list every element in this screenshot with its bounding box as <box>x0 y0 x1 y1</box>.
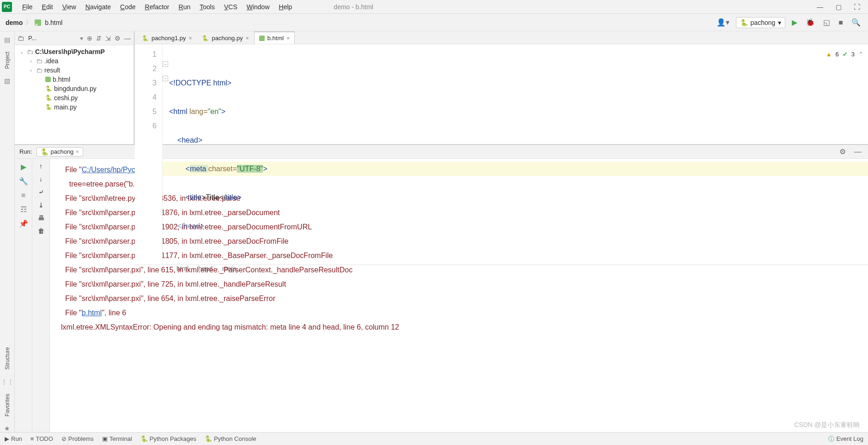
hide-icon[interactable]: — <box>124 35 131 42</box>
project-header-label[interactable]: P... <box>28 35 76 42</box>
chevron-right-icon[interactable]: › <box>28 59 34 64</box>
html-file-icon <box>259 36 265 41</box>
packages-tool-button[interactable]: 🐍Python Packages <box>140 435 196 442</box>
collapse-icon[interactable]: ⇵ <box>96 35 102 42</box>
menu-run[interactable]: Run <box>174 1 195 12</box>
structure-tool-label[interactable]: Structure <box>4 345 11 372</box>
inspection-widget[interactable]: ▲6 ✔3 ⌃ <box>826 47 863 61</box>
menu-edit[interactable]: Edit <box>37 1 58 12</box>
breadcrumb-project[interactable]: demo <box>6 19 23 26</box>
menu-code[interactable]: Code <box>115 1 140 12</box>
python-file-icon: 🐍 <box>45 85 52 92</box>
locate-icon[interactable]: ⊕ <box>87 35 92 42</box>
menu-refactor[interactable]: Refactor <box>140 1 174 12</box>
layout-icon[interactable]: ☶ <box>20 205 27 214</box>
run-button[interactable]: ▶ <box>790 17 799 28</box>
debug-button[interactable]: 🐞 <box>804 17 817 28</box>
close-icon[interactable]: × <box>75 148 79 155</box>
print-icon[interactable]: 🖶 <box>38 214 44 222</box>
menu-tools[interactable]: Tools <box>195 1 219 12</box>
menu-help[interactable]: Help <box>274 1 297 12</box>
tree-item[interactable]: 🐍ceshi.py <box>15 93 134 102</box>
up-icon[interactable]: ↑ <box>39 162 42 170</box>
close-icon[interactable]: × <box>286 35 290 42</box>
tree-item[interactable]: b.html <box>15 75 134 84</box>
editor-tab[interactable]: 🐍pachong.py× <box>197 32 254 44</box>
maximize-button[interactable]: ▢ <box>829 3 848 11</box>
python-icon: 🐍 <box>205 435 212 442</box>
editor-tab-strip: 🐍pachong1.py×🐍pachong.py×b.html× <box>135 31 868 44</box>
run-tool-button[interactable]: ▶Run <box>5 435 22 442</box>
breadcrumb-file[interactable]: b.html <box>45 19 62 26</box>
tree-item[interactable]: ›🗀result <box>15 66 134 75</box>
chevron-right-icon[interactable]: › <box>28 68 34 73</box>
console-tool-button[interactable]: 🐍Python Console <box>205 435 256 442</box>
chevron-up-icon[interactable]: ⌃ <box>858 47 863 61</box>
fold-icon[interactable]: – <box>163 61 168 67</box>
html-file-icon <box>45 77 51 82</box>
event-log-button[interactable]: ⓘEvent Log <box>828 435 863 443</box>
todo-tool-button[interactable]: ≡TODO <box>30 435 53 442</box>
menu-navigate[interactable]: Navigate <box>81 1 115 12</box>
tree-item[interactable]: 🐍bingdundun.py <box>15 84 134 93</box>
run-toolbar-left: ▶ 🔧 ■ ☶ 📌 <box>15 159 32 432</box>
tree-item[interactable]: ›🗀.idea <box>15 56 134 66</box>
menu-view[interactable]: View <box>58 1 81 12</box>
project-tool-label[interactable]: Project <box>4 50 11 71</box>
down-icon[interactable]: ↓ <box>39 175 42 183</box>
coverage-button[interactable]: ◱ <box>821 17 832 28</box>
pin-icon[interactable]: 📌 <box>19 219 28 228</box>
code-area[interactable]: ▲6 ✔3 ⌃ <!DOCTYPE html> –<html lang="en"… <box>163 44 868 265</box>
project-tool-icon[interactable]: ▤ <box>4 36 10 43</box>
editor-tab[interactable]: 🐍pachong1.py× <box>137 32 197 44</box>
editor-tab[interactable]: b.html× <box>254 31 295 44</box>
menu-file[interactable]: File <box>18 1 37 12</box>
minimize-button[interactable]: — <box>811 3 829 11</box>
structure-icon: ⋮⋮ <box>1 378 14 385</box>
info-icon: ⓘ <box>828 435 834 443</box>
run-config-selector[interactable]: 🐍 pachong ▾ <box>736 17 786 28</box>
python-icon: 🐍 <box>41 148 49 156</box>
tree-root[interactable]: ⌄ 🗀 C:\Users\hp\PycharmP <box>15 47 134 56</box>
stop-button[interactable]: ■ <box>837 18 845 28</box>
problems-icon: ⊘ <box>61 435 67 442</box>
wrench-icon[interactable]: 🔧 <box>19 177 28 186</box>
file-link[interactable]: b.html <box>82 309 102 317</box>
favorites-tool-label[interactable]: Favorites <box>4 392 11 418</box>
menu-vcs[interactable]: VCS <box>219 1 242 12</box>
rerun-button[interactable]: ▶ <box>21 162 26 171</box>
nav-bar: demo 〉 b.html 👤▾ 🐍 pachong ▾ ▶ 🐞 ◱ ■ 🔍 <box>0 14 868 31</box>
folder-icon: 🗀 <box>18 34 24 42</box>
menu-window[interactable]: Window <box>242 1 274 12</box>
close-icon[interactable]: × <box>246 35 249 42</box>
status-bar: ▶Run ≡TODO ⊘Problems ▣Terminal 🐍Python P… <box>0 432 868 445</box>
terminal-tool-button[interactable]: ▣Terminal <box>102 435 132 442</box>
close-icon[interactable]: × <box>188 35 192 42</box>
run-title: Run: <box>19 148 32 155</box>
close-button[interactable]: ⛶ <box>848 3 866 11</box>
chevron-down-icon[interactable]: ▾ <box>80 35 83 42</box>
expand-icon[interactable]: ⇲ <box>105 35 111 42</box>
window-title: demo - b.html <box>334 3 811 11</box>
scroll-icon[interactable]: ⤓ <box>38 201 44 209</box>
chevron-right-icon: 〉 <box>25 18 32 27</box>
folder-icon[interactable]: ▧ <box>4 77 10 84</box>
problems-tool-button[interactable]: ⊘Problems <box>61 435 94 442</box>
search-button[interactable]: 🔍 <box>850 17 862 28</box>
gear-icon[interactable]: ⚙ <box>115 35 121 42</box>
softwrap-icon[interactable]: ⤶ <box>38 188 44 196</box>
tree-item[interactable]: 🐍main.py <box>15 102 134 112</box>
trash-icon[interactable]: 🗑 <box>38 227 44 235</box>
stop-button[interactable]: ■ <box>21 191 26 199</box>
run-tab[interactable]: 🐍 pachong × <box>36 147 83 156</box>
folder-icon: 🗀 <box>36 57 42 65</box>
user-icon[interactable]: 👤▾ <box>715 17 731 28</box>
run-config-name: pachong <box>751 19 776 26</box>
chevron-down-icon[interactable]: ⌄ <box>18 49 25 54</box>
python-icon: 🐍 <box>740 19 748 26</box>
editor-panel: 🐍pachong1.py×🐍pachong.py×b.html× 123456 … <box>135 31 868 144</box>
todo-icon: ≡ <box>30 435 34 442</box>
breadcrumb: demo 〉 b.html <box>6 18 711 27</box>
fold-icon[interactable]: – <box>163 76 168 81</box>
editor-gutter: 123456 <box>135 44 163 265</box>
